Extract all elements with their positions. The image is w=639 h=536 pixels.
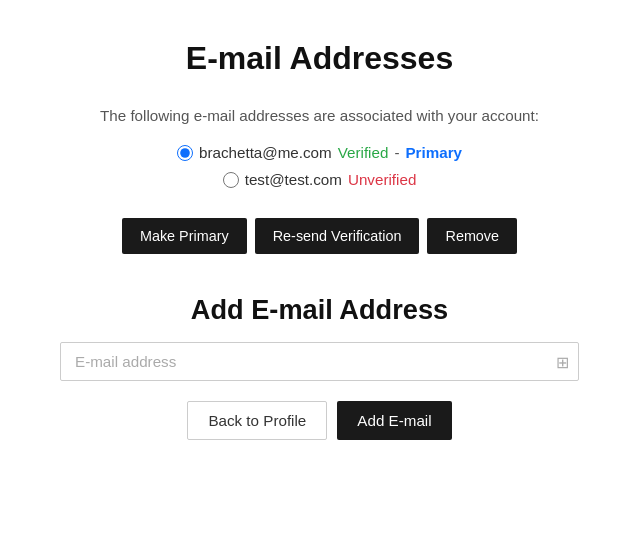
separator: - bbox=[394, 144, 399, 161]
email-radio-secondary[interactable] bbox=[223, 172, 239, 188]
description-text: The following e-mail addresses are assoc… bbox=[60, 107, 579, 124]
add-section-title: Add E-mail Address bbox=[60, 294, 579, 326]
primary-badge: Primary bbox=[405, 144, 462, 161]
bottom-actions: Back to Profile Add E-mail bbox=[60, 401, 579, 440]
email-actions: Make Primary Re-send Verification Remove bbox=[60, 218, 579, 254]
email-radio-primary[interactable] bbox=[177, 145, 193, 161]
email-address-secondary: test@test.com bbox=[245, 171, 342, 188]
resend-verification-button[interactable]: Re-send Verification bbox=[255, 218, 420, 254]
make-primary-button[interactable]: Make Primary bbox=[122, 218, 247, 254]
page-title: E-mail Addresses bbox=[60, 40, 579, 77]
list-item: test@test.com Unverified bbox=[223, 171, 417, 188]
main-container: E-mail Addresses The following e-mail ad… bbox=[20, 20, 619, 460]
remove-button[interactable]: Remove bbox=[427, 218, 517, 254]
email-input[interactable] bbox=[60, 342, 579, 381]
back-to-profile-button[interactable]: Back to Profile bbox=[187, 401, 327, 440]
email-address-primary: brachetta@me.com bbox=[199, 144, 332, 161]
add-email-button[interactable]: Add E-mail bbox=[337, 401, 451, 440]
verified-badge: Verified bbox=[338, 144, 389, 161]
email-list: brachetta@me.com Verified - Primary test… bbox=[60, 144, 579, 188]
email-input-wrapper: ⊞ bbox=[60, 342, 579, 381]
list-item: brachetta@me.com Verified - Primary bbox=[177, 144, 462, 161]
unverified-badge: Unverified bbox=[348, 171, 416, 188]
